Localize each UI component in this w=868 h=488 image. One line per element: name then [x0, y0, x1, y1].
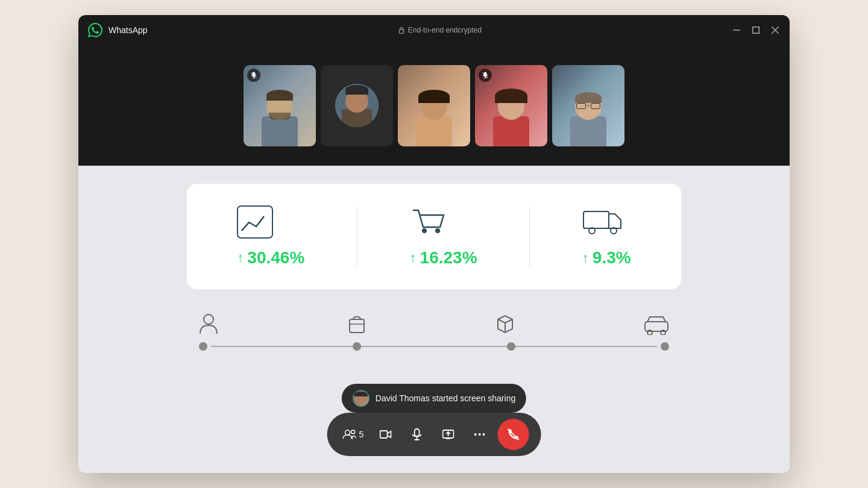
title-bar-controls — [732, 25, 780, 35]
timeline-icon-car — [644, 313, 669, 335]
app-title: WhatsApp — [108, 25, 148, 35]
timeline-icons-row — [199, 313, 669, 335]
svg-point-9 — [435, 228, 440, 233]
more-button[interactable] — [466, 421, 492, 448]
participant-tile[interactable] — [244, 65, 316, 146]
svg-rect-23 — [414, 429, 419, 436]
participant-tile[interactable] — [475, 65, 547, 146]
svg-point-21 — [351, 430, 355, 434]
maximize-button[interactable] — [751, 25, 761, 35]
participants-icon — [343, 429, 356, 440]
stat-item-delivery: ↑ 9.3% — [582, 205, 631, 267]
svg-rect-15 — [350, 319, 364, 333]
participant-tile[interactable] — [552, 65, 624, 146]
svg-rect-10 — [583, 211, 609, 228]
svg-point-8 — [422, 228, 427, 233]
call-controls: 5 — [327, 413, 541, 456]
participants-count-label: 5 — [359, 430, 364, 439]
svg-rect-22 — [380, 431, 387, 438]
participant-tile[interactable] — [398, 65, 470, 146]
lock-icon — [398, 27, 405, 34]
timeline-dots — [199, 342, 669, 351]
stats-card: ↑ 30.46% ↑ 16.23% — [187, 184, 681, 289]
title-bar-center: End-to-end endcrypted — [148, 26, 732, 34]
end-call-button[interactable] — [497, 419, 529, 450]
title-bar-left: WhatsApp — [88, 23, 148, 37]
mute-badge — [247, 69, 260, 82]
timeline-section — [187, 313, 681, 351]
microphone-button[interactable] — [403, 421, 430, 448]
stat-value-delivery: ↑ 9.3% — [582, 248, 631, 267]
minimize-button[interactable] — [732, 25, 741, 35]
stat-item-cart: ↑ 16.23% — [410, 205, 477, 267]
svg-point-14 — [204, 314, 213, 324]
toast-avatar — [353, 390, 370, 407]
stat-value-revenue: ↑ 30.46% — [237, 248, 304, 267]
stat-divider — [529, 207, 530, 267]
participants-count: 5 — [339, 429, 368, 440]
encryption-badge: End-to-end endcrypted — [398, 26, 482, 34]
encryption-text: End-to-end endcrypted — [408, 26, 482, 34]
svg-point-31 — [482, 433, 485, 436]
app-window: WhatsApp End-to-end endcrypted — [78, 15, 790, 473]
svg-point-20 — [345, 430, 350, 435]
stat-value-cart: ↑ 16.23% — [410, 248, 477, 267]
timeline-dot — [507, 342, 515, 351]
participant-tile[interactable] — [321, 65, 393, 146]
timeline-icon-person — [199, 313, 218, 335]
participants-bar — [78, 45, 790, 166]
close-button[interactable] — [770, 25, 780, 35]
mute-badge — [479, 69, 492, 82]
stat-divider — [357, 207, 357, 267]
svg-point-29 — [474, 433, 476, 436]
whatsapp-logo-icon — [88, 23, 102, 37]
timeline-dot — [199, 342, 207, 351]
screen-share-button[interactable] — [435, 421, 461, 448]
notification-toast: David Thomas started screen sharing — [342, 384, 526, 413]
timeline-track — [199, 342, 669, 351]
truck-icon — [582, 205, 624, 239]
chart-icon — [237, 205, 273, 239]
timeline-dot — [353, 342, 361, 351]
timeline-icon-bag — [347, 313, 366, 335]
svg-point-30 — [478, 433, 480, 436]
svg-rect-7 — [237, 206, 272, 238]
timeline-dot — [661, 342, 669, 351]
timeline-icon-box — [495, 313, 515, 335]
main-content: ↑ 30.46% ↑ 16.23% — [78, 166, 790, 473]
title-bar: WhatsApp End-to-end endcrypted — [78, 15, 790, 45]
svg-line-32 — [508, 429, 518, 440]
svg-rect-2 — [753, 27, 760, 34]
svg-rect-0 — [399, 30, 404, 33]
cart-icon — [410, 205, 446, 239]
video-button[interactable] — [372, 421, 398, 448]
avatar — [335, 84, 379, 127]
toast-text: David Thomas started screen sharing — [376, 393, 515, 403]
stat-item-revenue: ↑ 30.46% — [237, 205, 304, 267]
